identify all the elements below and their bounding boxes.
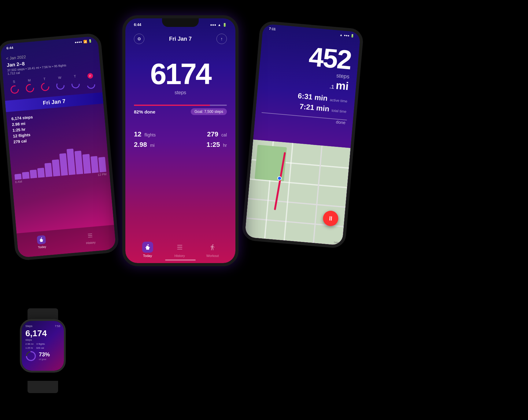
phone-left: 6:44 ●●●● 📶 🔋 < Jan 2022 Jan 2–8 37,502 … — [0, 33, 120, 261]
center-today-icon — [142, 242, 153, 253]
map-container: Legal ⏸ — [245, 139, 351, 246]
settings-icon-button[interactable]: ⚙ — [134, 34, 144, 44]
phone-right: 7:11 ▲ ●●● 🔋 452 steps .1 mi 6:31 min ac… — [241, 20, 364, 249]
progress-bar-bg — [134, 105, 227, 106]
svg-point-3 — [57, 82, 65, 90]
center-nav-today[interactable]: Today — [142, 242, 153, 258]
watch-flights: 0 flights — [36, 343, 45, 345]
steps-label: steps — [125, 90, 235, 95]
watch-stats-row: 2.98 mi 0 flights — [25, 343, 60, 345]
right-done-label: done — [336, 119, 345, 125]
svg-rect-7 — [177, 247, 182, 247]
phone-right-screen: 7:11 ▲ ●●● 🔋 452 steps .1 mi 6:31 min ac… — [245, 24, 361, 245]
share-icon-button[interactable]: ↑ — [216, 34, 227, 44]
left-time: 6:44 — [6, 46, 13, 50]
bar-8 — [66, 148, 76, 175]
phone-center: 6:44 ●●● ▲ 🔋 ⚙ Fri Jan 7 ↑ 6174 steps 82… — [122, 15, 238, 266]
road-h3 — [248, 198, 345, 208]
bar-9 — [74, 151, 83, 174]
goal-badge: Goal: 7,500 steps — [191, 108, 227, 115]
svg-point-1 — [26, 84, 34, 92]
center-history-icon — [174, 242, 185, 253]
svg-point-0 — [11, 86, 19, 94]
watch-steps-value: 6,174 — [25, 329, 60, 338]
center-steps-section: 6174 steps — [125, 47, 235, 98]
progress-section: 82% done Goal: 7,500 steps — [125, 98, 235, 121]
center-history-label: History — [174, 254, 185, 258]
bar-12 — [98, 157, 106, 172]
metric-time: 1:25 hr — [182, 141, 227, 149]
center-nav-history[interactable]: History — [174, 242, 185, 258]
progress-bar-fill — [134, 105, 210, 106]
progress-info: 82% done Goal: 7,500 steps — [134, 108, 227, 115]
day-item-s: S — [9, 79, 20, 97]
watch-ring-row: 73% of goal — [25, 351, 60, 362]
center-nav-workout[interactable]: Workout — [206, 242, 219, 258]
phone-center-screen: 6:44 ●●● ▲ 🔋 ⚙ Fri Jan 7 ↑ 6174 steps 82… — [125, 18, 235, 263]
watch-hr: 1:25 hr — [25, 347, 33, 349]
metric-flights: 12 flights — [134, 130, 179, 138]
bar-3 — [30, 169, 37, 178]
svg-point-2 — [41, 83, 49, 91]
center-workout-label: Workout — [206, 254, 219, 258]
steps-number: 6174 — [125, 59, 235, 89]
progress-pct: 82% done — [134, 109, 155, 114]
watch-band-bottom — [28, 381, 58, 393]
day-item-t2: T — [70, 74, 81, 91]
watch-body: Steps 7:53 6,174 steps 2.98 mi 0 flights… — [20, 319, 66, 373]
day-item-w: W — [55, 75, 66, 93]
center-today-label: Today — [143, 254, 152, 258]
watch-time: 7:53 — [55, 325, 60, 328]
watch-top-bar: Steps 7:53 — [25, 325, 60, 328]
watch-band-top — [28, 308, 58, 321]
bar-7 — [59, 153, 68, 176]
center-bottom-nav: Today History Workout — [125, 239, 235, 261]
watch-pct-label: of goal — [39, 358, 50, 361]
nav-history[interactable]: History — [85, 231, 96, 245]
center-time: 6:44 — [134, 23, 141, 27]
metric-distance: 2.98 mi — [134, 141, 179, 149]
right-total-time: 7:21 min — [299, 102, 330, 113]
watch-stats-row-2: 1:25 hr 328 cal — [25, 347, 60, 349]
svg-rect-8 — [177, 249, 182, 250]
svg-rect-6 — [177, 245, 182, 246]
bar-4 — [37, 168, 45, 178]
road-v3 — [313, 145, 323, 243]
bar-1 — [14, 174, 22, 180]
nav-history-icon — [86, 231, 95, 240]
right-dist-partial: .1 — [329, 84, 336, 90]
map-background: Legal — [245, 139, 351, 246]
svg-point-5 — [87, 81, 95, 89]
center-status-bar: 6:44 ●●● ▲ 🔋 — [125, 23, 235, 27]
day-item-f: F — [85, 73, 96, 90]
left-bottom-nav: Today History — [17, 225, 116, 258]
bar-2 — [22, 172, 29, 179]
nav-today-label: Today — [38, 245, 46, 249]
watch-app-label: Steps — [25, 325, 32, 328]
watch-mi: 2.98 mi — [25, 343, 33, 345]
metric-time-value: 1:25 hr — [206, 141, 227, 148]
day-item-m: M — [24, 78, 35, 95]
bar-10 — [83, 154, 91, 174]
metric-dist-value: 2.98 mi — [134, 141, 155, 148]
phone-left-screen: 6:44 ●●●● 📶 🔋 < Jan 2022 Jan 2–8 37,502 … — [0, 36, 116, 258]
bar-5 — [45, 163, 53, 177]
day-item-t: T — [39, 77, 51, 94]
center-metrics: 12 flights 279 cal 2.98 mi 1:25 hr — [125, 121, 235, 152]
right-active-time: 6:31 min — [297, 91, 328, 102]
apple-watch: Steps 7:53 6,174 steps 2.98 mi 0 flights… — [15, 319, 70, 383]
svg-point-4 — [72, 80, 79, 88]
metric-flights-value: 12 flights — [134, 130, 156, 138]
bar-label-start: 6 AM — [15, 180, 22, 184]
watch-screen: Steps 7:53 6,174 steps 2.98 mi 0 flights… — [22, 321, 64, 371]
bar-6 — [52, 159, 60, 177]
metric-calories: 279 cal — [182, 130, 227, 138]
bar-label-end: 12 PM — [98, 173, 107, 177]
map-legal: Legal — [334, 241, 340, 244]
center-workout-icon — [207, 242, 218, 253]
right-active-label: active time — [330, 98, 347, 103]
nav-today[interactable]: Today — [37, 235, 46, 249]
right-time: 7:11 — [269, 27, 276, 31]
center-date: Fri Jan 7 — [144, 36, 216, 42]
watch-progress-ring — [25, 351, 36, 362]
